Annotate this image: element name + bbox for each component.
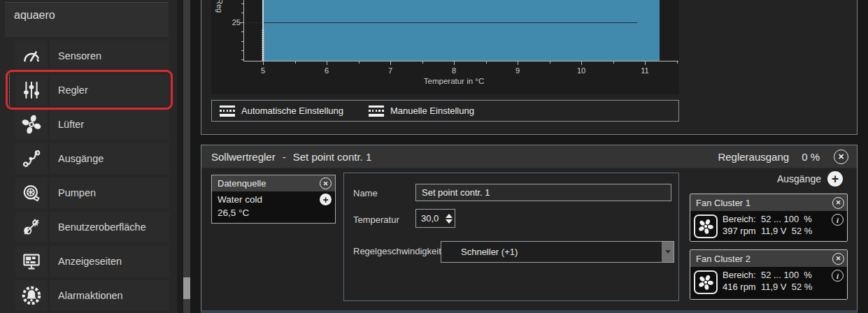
controller-chart: 25 5 6 7 8 9 10 11 Reg	[211, 0, 679, 94]
data-source-header: Datenquelle ✕	[212, 175, 335, 191]
sidebar-item-label: Anzeigeseiten	[50, 246, 169, 277]
pump-icon	[15, 177, 48, 208]
speed-selected-value: Schneller (+1)	[461, 247, 518, 257]
sidebar-item-label: Benutzeroberfläche	[50, 212, 169, 242]
x-tick-minor	[550, 61, 550, 64]
button-label: Automatische Einstellung	[241, 105, 343, 116]
gauge-icon	[15, 41, 48, 71]
sidebar-item-label: Pumpen	[50, 177, 169, 208]
name-label: Name	[353, 188, 378, 198]
sidebar: aquaero Sensoren Regler Lüfter Ausgänge	[0, 0, 177, 313]
x-tick-minor	[359, 61, 360, 64]
x-axis-label: Temperatur in °C	[398, 77, 510, 85]
add-source-icon[interactable]: +	[320, 194, 332, 205]
x-tick-minor	[677, 61, 678, 64]
x-tick-label: 9	[511, 66, 525, 75]
y-tick-minor	[241, 41, 243, 42]
output-card-stats: Bereich: 52 ... 100 %397 rpm 11,9 V 52 %	[723, 213, 812, 237]
x-tick	[645, 61, 646, 65]
chart-toolbar: Automatische Einstellung Manuelle Einste…	[211, 100, 679, 122]
speed-select[interactable]: Schneller (+1)	[441, 241, 674, 263]
manual-setting-button[interactable]: Manuelle Einstellung	[369, 105, 474, 117]
add-output-icon[interactable]: +	[827, 171, 843, 187]
info-icon[interactable]: i	[832, 270, 844, 282]
aquasuite-window: aquaero Sensoren Regler Lüfter Ausgänge	[0, 0, 868, 313]
brightness-icon	[15, 212, 48, 242]
y-tick-minor	[241, 59, 243, 60]
output-value: 0 %	[802, 151, 820, 163]
set-point-handle[interactable]	[262, 0, 264, 61]
x-tick-label: 8	[447, 66, 461, 75]
info-icon[interactable]: i	[832, 214, 844, 226]
output-card-stats: Bereich: 52 ... 100 %416 rpm 11,9 V 52 %	[723, 269, 812, 293]
gridline-25	[244, 22, 637, 23]
remove-source-icon[interactable]: ✕	[320, 177, 332, 189]
output-label: Reglerausgang	[718, 151, 789, 163]
panel-header: Sollwertregler - Set point contr. 1 Regl…	[201, 145, 857, 168]
output-card-body: Bereich: 52 ... 100 %397 rpm 11,9 V 52 %…	[690, 211, 847, 241]
alarm-bell-gear-icon	[15, 280, 48, 311]
sidebar-edge	[177, 0, 183, 313]
output-status: 416 rpm 11,9 V 52 %	[723, 282, 812, 292]
chevron-down-icon	[665, 250, 671, 254]
increment-icon[interactable]	[446, 214, 453, 218]
x-tick-label: 6	[320, 66, 334, 75]
fan-icon	[15, 109, 48, 140]
y-axis-label: Reg	[215, 0, 224, 13]
x-tick	[263, 61, 264, 65]
output-card-header: Fan Cluster 2 ✕	[690, 250, 847, 267]
sidebar-item-label: Lüfter	[50, 109, 169, 140]
route-icon	[15, 143, 48, 174]
focus-dotted-line	[9, 74, 10, 105]
sidebar-item-label: Ausgänge	[50, 143, 169, 174]
outputs-header-label: Ausgänge	[777, 173, 821, 184]
name-input[interactable]: Set point contr. 1	[415, 184, 671, 201]
temperature-stepper[interactable]: 30,0	[415, 209, 455, 228]
output-range: Bereich: 52 ... 100 %	[723, 270, 812, 280]
output-card-body: Bereich: 52 ... 100 %416 rpm 11,9 V 52 %…	[690, 267, 847, 299]
y-tick-label: 25	[227, 18, 241, 27]
output-card-title: Fan Cluster 1	[696, 198, 750, 208]
y-tick-minor	[241, 50, 243, 51]
speed-label: Regelgeschwindigkeit	[353, 246, 441, 256]
close-icon[interactable]: ✕	[834, 150, 848, 164]
fan-icon	[694, 214, 718, 238]
decrement-icon[interactable]	[446, 219, 453, 224]
controller-name: Set point contr. 1	[293, 151, 372, 163]
data-source-body: Water cold + 26,5 °C	[212, 191, 335, 223]
sidebar-item-label: Regler	[50, 75, 169, 105]
panel-title-group: Sollwertregler - Set point contr. 1	[211, 151, 371, 163]
x-tick	[390, 61, 391, 65]
monitor-icon	[15, 246, 48, 277]
dropdown-button[interactable]	[662, 242, 674, 262]
panel-title: Sollwertregler	[211, 151, 276, 163]
x-tick-minor	[613, 61, 614, 64]
temperature-label: Temperatur	[353, 214, 399, 225]
output-card-title: Fan Cluster 2	[696, 254, 750, 264]
outputs-header-row: Ausgänge +	[777, 170, 843, 187]
data-source-card: Datenquelle ✕ Water cold + 26,5 °C	[211, 175, 336, 224]
sidebar-item-label: Sensoren	[50, 41, 169, 71]
fan-icon	[694, 270, 718, 294]
x-tick-label: 11	[638, 66, 652, 75]
x-tick-label: 10	[574, 66, 588, 75]
output-status: 397 rpm 11,9 V 52 %	[723, 226, 812, 236]
controller-settings-form: Name Set point contr. 1 Temperatur 30,0 …	[343, 173, 679, 301]
x-tick-label: 5	[256, 66, 270, 75]
x-tick	[581, 61, 582, 65]
x-tick-label: 7	[383, 66, 397, 75]
sidebar-scrollbar[interactable]	[183, 0, 190, 313]
output-card-fan-cluster-2: Fan Cluster 2 ✕ Bereich: 52 ... 100 %416…	[690, 249, 848, 300]
output-readout: Reglerausgang 0 % ✕	[718, 150, 848, 164]
output-card-header: Fan Cluster 1 ✕	[690, 194, 847, 211]
source-name: Water cold	[218, 194, 262, 205]
remove-output-icon[interactable]: ✕	[832, 197, 844, 209]
scrollbar-thumb[interactable]	[183, 277, 190, 299]
source-value: 26,5 °C	[218, 208, 332, 218]
data-source-title: Datenquelle	[218, 178, 266, 189]
title-separator: -	[283, 151, 286, 163]
automatic-setting-button[interactable]: Automatische Einstellung	[220, 105, 343, 117]
remove-output-icon[interactable]: ✕	[832, 253, 844, 265]
x-tick-minor	[422, 61, 423, 64]
y-tick-minor	[241, 31, 243, 32]
